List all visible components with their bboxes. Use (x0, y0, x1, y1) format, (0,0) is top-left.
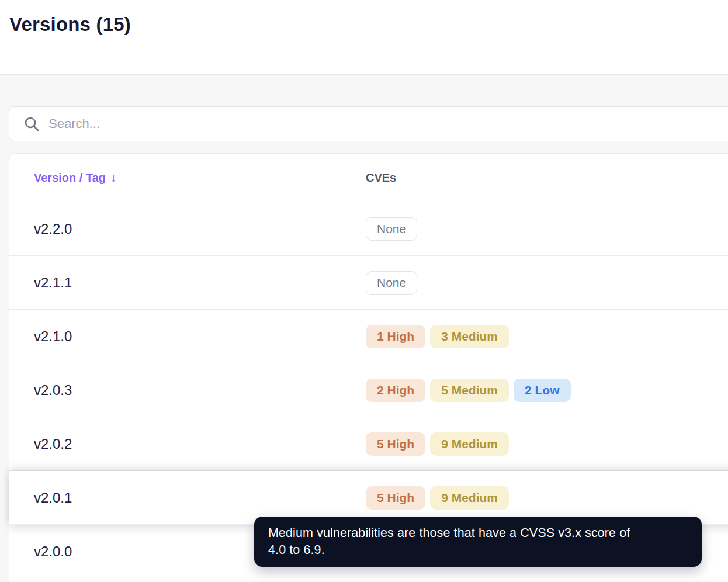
search-box[interactable] (9, 106, 728, 141)
badge-list: None (366, 271, 417, 295)
cve-badge-high[interactable]: 5 High (366, 432, 425, 456)
page-header: Versions (15) (0, 0, 728, 75)
version-cell: v2.2.0 (9, 221, 366, 237)
tooltip-text-line-2: 4.0 to 6.9. (268, 542, 688, 559)
version-label: v2.0.2 (34, 436, 72, 452)
column-header-cves[interactable]: CVEs (366, 171, 396, 184)
cve-badge-none[interactable]: None (366, 271, 417, 295)
sort-descending-icon: ↓ (110, 171, 117, 185)
version-label: v2.1.1 (34, 275, 72, 290)
badge-list: 1 High3 Medium (366, 325, 509, 348)
cve-badge-high[interactable]: 5 High (366, 486, 425, 510)
cve-badge-medium[interactable]: 9 Medium (430, 432, 509, 456)
version-cell: v2.0.3 (9, 382, 366, 399)
cve-badge-low[interactable]: 2 Low (514, 379, 571, 402)
version-label: v2.0.0 (34, 543, 72, 559)
version-label: v2.0.3 (34, 382, 72, 398)
table-row[interactable]: v2.1.0 1 High3 Medium (9, 310, 728, 363)
cve-badge-none[interactable]: None (366, 217, 417, 241)
version-label: v2.0.1 (34, 490, 72, 505)
version-label: v2.2.0 (34, 221, 72, 237)
badge-list: None (366, 217, 417, 241)
table-header-row: Version / Tag ↓ CVEs (9, 154, 728, 202)
badge-list: 5 High9 Medium (366, 432, 509, 456)
tooltip-text-line-1: Medium vulnerabilities are those that ha… (268, 525, 688, 542)
cve-badge-medium[interactable]: 3 Medium (430, 325, 509, 348)
badge-list: 5 High9 Medium (366, 486, 509, 510)
search-input[interactable] (48, 116, 728, 131)
content-section: Version / Tag ↓ CVEs v2.2.0 None v2.1.1 … (0, 75, 728, 582)
column-header-version-tag[interactable]: Version / Tag ↓ (34, 171, 117, 185)
badge-list: 2 High5 Medium2 Low (366, 379, 571, 402)
version-cell: v2.0.2 (9, 436, 366, 452)
column-header-cves-cell: CVEs (366, 171, 396, 185)
cve-badge-medium[interactable]: 9 Medium (430, 486, 509, 510)
version-cell: v2.1.0 (9, 328, 366, 345)
tooltip: Medium vulnerabilities are those that ha… (254, 517, 702, 567)
cve-badge-medium[interactable]: 5 Medium (430, 379, 509, 402)
table-row[interactable]: v2.0.2 5 High9 Medium (9, 417, 728, 471)
cve-badge-high[interactable]: 2 High (366, 379, 425, 402)
page-title: Versions (15) (9, 13, 728, 36)
column-header-version-tag-label: Version / Tag (34, 171, 106, 185)
column-header-version-tag-cell: Version / Tag ↓ (9, 171, 366, 185)
version-label: v2.1.0 (34, 328, 72, 344)
version-cell: v2.1.1 (9, 275, 366, 291)
search-icon (23, 116, 40, 132)
table-row[interactable]: v2.2.0 None (9, 202, 728, 256)
table-row[interactable]: v2.1.1 None (9, 256, 728, 310)
cve-badge-high[interactable]: 1 High (366, 325, 425, 348)
version-cell: v2.0.1 (9, 490, 366, 506)
table-row[interactable]: v2.0.3 2 High5 Medium2 Low (9, 363, 728, 417)
